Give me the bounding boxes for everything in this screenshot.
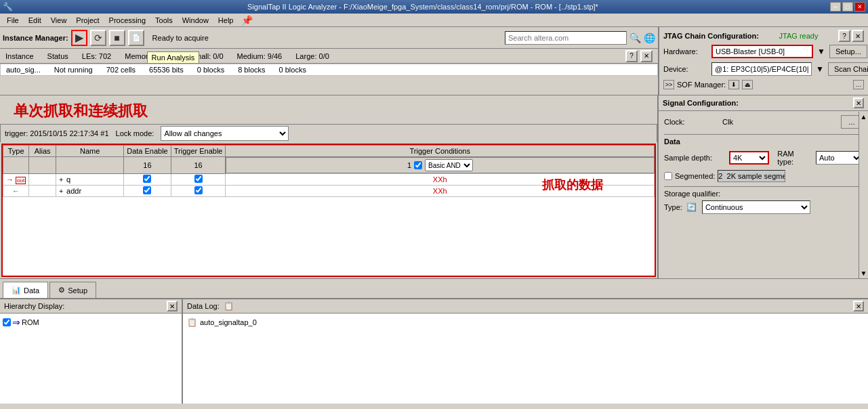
cond-type-select[interactable]: Basic AND [425,159,473,171]
hierarchy-title: Hierarchy Display: [4,302,64,310]
th-empty3 [56,157,124,174]
instance-les: 702 cells [106,66,136,74]
tab-data-icon: 📊 [12,286,21,295]
data-enable-checkbox-2[interactable] [143,186,151,194]
tab-setup[interactable]: ⚙ Setup [49,282,96,298]
stop-button[interactable]: ■ [109,30,125,46]
run-once-button[interactable]: ▶ Run Analysis [71,30,87,46]
sig-config-close-btn[interactable]: ✕ [853,98,864,108]
device-input[interactable] [711,62,812,76]
jtag-header: JTAG Chain Configuration: JTAG ready ? ✕ [663,30,864,42]
maximize-button[interactable]: □ [842,2,853,12]
main-toolbar: Instance Manager: ▶ Run Analysis ⟳ ■ 📄 R… [0,27,658,49]
run-continuous-button[interactable]: ⟳ [90,30,106,46]
datalog-item[interactable]: 📋 auto_signaltap_0 [186,316,865,328]
menu-edit[interactable]: Edit [24,16,45,25]
tab-data[interactable]: 📊 Data [3,282,48,298]
main-annotation: 单次抓取和连续抓取 [0,95,657,124]
datalog-item-icon: 📋 [187,318,197,327]
autorun-button[interactable]: 📄 [128,30,144,46]
search-input[interactable] [505,31,627,45]
type-out-label: out [16,177,26,184]
minimize-button[interactable]: ─ [830,2,841,12]
th-empty2 [29,157,56,174]
sof-icon1[interactable]: ⬇ [728,80,739,89]
hierarchy-close-btn[interactable]: ✕ [167,301,178,311]
trigger-enable-checkbox-2[interactable] [194,186,203,194]
instance-bar: Instance Status LEs: 702 Memory: 65536 S… [0,49,658,64]
close-button[interactable]: ✕ [854,2,865,12]
bottom-panels: Hierarchy Display: ✕ ⇒ ROM Data Log: 📋 ✕… [0,299,868,404]
segmented-row: Segmented: [664,170,863,182]
storage-type-select[interactable]: Continuous Input port Transitional Condi… [702,200,810,214]
large-info: Large: 0/0 [295,52,329,60]
stop-icon: ■ [114,33,119,43]
hierarchy-header: Hierarchy Display: ✕ [0,299,182,314]
cond-checkbox[interactable] [414,161,422,169]
instance-help-btn[interactable]: ? [625,50,638,62]
sig-config-header: Signal Configuration: ✕ [659,95,868,111]
th-trigger-count: 16 [171,157,226,174]
expand-btn-2[interactable]: + [59,188,63,195]
ram-type-label: RAM type: [777,150,812,166]
tab-setup-icon: ⚙ [58,286,65,295]
instance-memory: 65536 bits [149,66,184,74]
signal-name-2: addr [66,187,81,195]
instance-bar-buttons: ? ✕ [625,50,653,62]
lock-mode-select[interactable]: Allow all changes Disallow trigger condi… [161,126,289,141]
trigger-enable-2 [171,186,226,197]
type-in-icon: ← [12,187,20,195]
segmented-input[interactable] [718,170,785,182]
hardware-input[interactable] [711,45,813,58]
ram-type-select[interactable]: Auto M4K M9K [816,151,863,165]
segmented-label: Segmented: [675,172,715,180]
scan-chain-button[interactable]: Scan Chain [828,62,868,76]
menu-help[interactable]: Help [214,16,238,25]
menu-tools[interactable]: Tools [151,16,177,25]
scroll-up-btn[interactable]: ▲ [861,113,867,121]
trigger-enable-checkbox-1[interactable] [194,175,203,183]
scrollbar[interactable]: ▲ ▼ [859,112,868,278]
hierarchy-rom-checkbox[interactable] [3,318,11,326]
th-trigger-conditions: Trigger Conditions [226,146,655,157]
data-enable-checkbox-1[interactable] [143,175,151,183]
jtag-help-btn[interactable]: ? [838,30,850,42]
alias-cell-1 [29,174,56,186]
menu-file[interactable]: File [3,16,23,25]
expand-btn-1[interactable]: + [59,176,63,184]
run-continuous-icon: ⟳ [94,33,102,43]
storage-type-row: Type: 🔄 Continuous Input port Transition… [664,200,863,214]
segmented-checkbox[interactable] [664,172,672,180]
app-icon: 🔧 [3,2,13,12]
sample-depth-select[interactable]: 4K 256 512 1K 2K 8K 16K [729,151,769,165]
left-panel: 单次抓取和连续抓取 trigger: 2015/10/15 22:17:34 #… [0,95,658,278]
instance-close-btn[interactable]: ✕ [640,50,653,62]
scroll-down-btn[interactable]: ▼ [861,270,867,277]
menu-view[interactable]: View [47,16,71,25]
title-text: SignalTap II Logic Analyzer - F:/XiaoMei… [247,3,598,11]
toolbar-right: 🔍 🌐 [505,31,655,45]
datalog-close-btn[interactable]: ✕ [853,301,864,311]
device-dropdown-btn[interactable]: ▼ [816,64,824,74]
status-col-label: Status [47,52,68,60]
sof-icon2[interactable]: ⏏ [742,80,753,89]
jtag-close-btn[interactable]: ✕ [852,30,864,42]
menu-window[interactable]: Window [178,16,213,25]
les-info: LEs: 702 [82,52,111,60]
setup-button[interactable]: Setup... [829,45,867,58]
hierarchy-panel: Hierarchy Display: ✕ ⇒ ROM [0,299,183,404]
datalog-header: Data Log: 📋 ✕ [183,299,868,314]
menu-project[interactable]: Project [72,16,103,25]
menu-processing[interactable]: Processing [105,16,150,25]
sample-depth-row: Sample depth: 4K 256 512 1K 2K 8K 16K RA… [664,150,863,166]
th-alias: Alias [29,146,56,157]
instance-status: Not running [54,66,93,74]
th-data-count: 16 [124,157,171,174]
hardware-dropdown-btn[interactable]: ▼ [817,47,825,56]
instance-col-label: Instance [5,52,34,60]
th-data-enable: Data Enable [124,146,171,157]
sof-more-btn[interactable]: … [853,80,864,89]
hardware-row: Hardware: ▼ Setup... [663,45,864,58]
sof-expand-btn[interactable]: >> [663,80,674,89]
cond-num: 1 [407,161,411,169]
